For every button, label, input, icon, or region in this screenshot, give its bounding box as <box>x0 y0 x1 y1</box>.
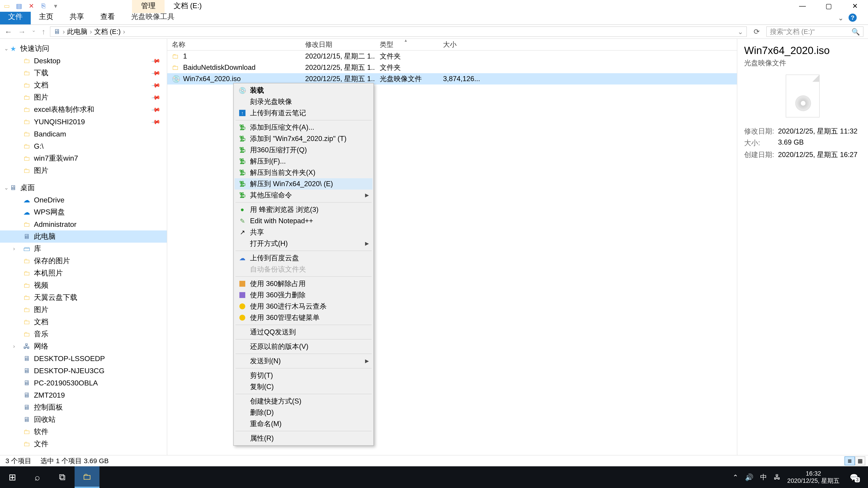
column-size[interactable]: 大小 <box>438 40 484 49</box>
context-menu-item[interactable]: 通过QQ发送到 <box>235 326 373 338</box>
search-icon[interactable]: 🔍 <box>851 28 860 36</box>
context-menu-item[interactable]: 🗜解压到(F)... <box>235 156 373 167</box>
context-menu-item[interactable]: 🗜其他压缩命令▶ <box>235 190 373 201</box>
tree-item[interactable]: 🖥ZMT2019 <box>0 389 167 401</box>
context-menu-item[interactable]: 使用 360解除占用 <box>235 278 373 289</box>
tree-item[interactable]: 🗀文档 <box>0 316 167 328</box>
qat-dropdown-icon[interactable]: ▾ <box>52 2 60 10</box>
context-menu-item[interactable]: 💿装载 <box>235 85 373 96</box>
context-menu-item[interactable]: 🗜解压到当前文件夹(X) <box>235 167 373 178</box>
context-menu-item[interactable]: 使用 360进行木马云查杀 <box>235 301 373 312</box>
tree-item[interactable]: 🗀音乐 <box>0 328 167 340</box>
minimize-button[interactable]: — <box>789 0 815 12</box>
close-button[interactable]: ✕ <box>842 0 868 12</box>
context-menu-item[interactable]: 创建快捷方式(S) <box>235 396 373 407</box>
tree-item[interactable]: 🗀天翼云盘下载 <box>0 291 167 304</box>
tree-desktop[interactable]: ⌄🖥桌面 <box>0 182 167 194</box>
context-menu-item[interactable]: ↗共享 <box>235 227 373 238</box>
task-view-icon[interactable]: ⧉ <box>50 466 74 488</box>
tree-item[interactable]: 🖥控制面板 <box>0 401 167 414</box>
context-menu-item[interactable]: 发送到(N)▶ <box>235 355 373 367</box>
tree-item[interactable]: 🗀win7重装win7 <box>0 152 167 164</box>
tree-item[interactable]: 🗀图片 <box>0 304 167 316</box>
taskbar[interactable]: ⊞ ⌕ ⧉ 🗀 ⌃ 🔊 中 🖧 16:32 2020/12/25, 星期五 💬3 <box>0 466 868 488</box>
context-menu-item[interactable]: 使用 360强力删除 <box>235 289 373 301</box>
action-center-icon[interactable]: 💬3 <box>846 470 861 485</box>
tree-item[interactable]: 🖥回收站 <box>0 414 167 426</box>
file-row[interactable]: 🗀12020/12/15, 星期二 1...文件夹 <box>167 51 737 62</box>
navigation-pane[interactable]: ⌄★快速访问🗀Desktop📌🗀下载📌🗀文档📌🗀图片📌🗀excel表格制作求和📌… <box>0 39 167 455</box>
qat-prop-icon[interactable]: ▤ <box>15 2 23 10</box>
tree-item[interactable]: 🗀保存的图片 <box>0 255 167 267</box>
start-button[interactable]: ⊞ <box>0 466 25 488</box>
context-menu-item[interactable]: 🗜用360压缩打开(Q) <box>235 144 373 156</box>
chevron-icon[interactable]: › <box>13 246 15 252</box>
chevron-icon[interactable]: › <box>13 343 15 350</box>
context-menu-item[interactable]: 🗜添加到 "Win7x64_2020.zip" (T) <box>235 133 373 144</box>
context-menu-item[interactable]: ☁上传到百度云盘 <box>235 252 373 264</box>
context-tab-manage[interactable]: 管理 <box>132 0 164 13</box>
tree-item[interactable]: 🗀文档📌 <box>0 79 167 91</box>
crumb-dropdown-icon[interactable]: ⌄ <box>738 28 743 36</box>
search-input[interactable]: 搜索"文档 (E:)" 🔍 <box>766 26 864 37</box>
ribbon-expand-icon[interactable]: ⌄ <box>838 14 844 22</box>
help-icon[interactable]: ? <box>848 13 857 22</box>
nav-back-icon[interactable]: ← <box>4 27 12 36</box>
crumb-location[interactable]: 文档 (E:) <box>94 27 121 36</box>
view-large-button[interactable]: ▦ <box>855 456 865 465</box>
tree-item[interactable]: 🗀Administrator <box>0 218 167 230</box>
address-bar[interactable]: 🖥 › 此电脑 › 文档 (E:) › ⌄ <box>50 26 747 37</box>
context-menu-item[interactable]: ✎Edit with Notepad++ <box>235 215 373 227</box>
taskbar-search-icon[interactable]: ⌕ <box>25 466 50 488</box>
context-menu-item[interactable]: 属性(R) <box>235 433 373 444</box>
tree-item[interactable]: 🖥DESKTOP-LSSOEDP <box>0 352 167 365</box>
tree-item[interactable]: ›🗃库 <box>0 242 167 255</box>
tree-item[interactable]: 🖥PC-20190530OBLA <box>0 377 167 389</box>
file-row[interactable]: 🗀BaiduNetdiskDownload2020/12/25, 星期五 1..… <box>167 62 737 73</box>
column-type[interactable]: 类型 <box>375 40 438 49</box>
nav-history-icon[interactable]: ⌄ <box>32 27 36 36</box>
refresh-icon[interactable]: ⟳ <box>751 27 762 36</box>
context-menu-item[interactable]: 删除(D) <box>235 407 373 418</box>
tree-item[interactable]: 🗀图片 <box>0 164 167 177</box>
tree-item[interactable]: 🗀本机照片 <box>0 267 167 279</box>
context-menu-item[interactable]: 还原以前的版本(V) <box>235 341 373 352</box>
taskbar-clock[interactable]: 16:32 2020/12/25, 星期五 <box>787 470 839 485</box>
column-date[interactable]: 修改日期 <box>301 40 375 49</box>
chevron-down-icon[interactable]: ⌄ <box>4 45 8 52</box>
tree-item[interactable]: 🖥DESKTOP-NJEU3CG <box>0 365 167 377</box>
tree-item[interactable]: 🖥此电脑 <box>0 230 167 242</box>
tree-item[interactable]: 🗀Bandicam <box>0 128 167 140</box>
qat-delete-icon[interactable]: ✕ <box>27 2 35 10</box>
crumb-pc[interactable]: 此电脑 <box>67 27 88 36</box>
column-name[interactable]: 名称 <box>167 40 301 49</box>
tree-item[interactable]: 🗀YUNQISHI2019📌 <box>0 116 167 128</box>
tree-item[interactable]: 🗀文件 <box>0 438 167 450</box>
nav-up-icon[interactable]: ↑ <box>41 27 45 36</box>
network-icon[interactable]: 🖧 <box>774 473 780 481</box>
tray-expand-icon[interactable]: ⌃ <box>733 473 738 481</box>
context-menu-item[interactable]: 复制(C) <box>235 381 373 392</box>
context-menu-item[interactable]: ↑上传到有道云笔记 <box>235 107 373 119</box>
view-details-button[interactable]: ≣ <box>844 456 855 465</box>
maximize-button[interactable]: ▢ <box>815 0 842 12</box>
context-menu[interactable]: 💿装载刻录光盘映像↑上传到有道云笔记🗜添加到压缩文件(A)...🗜添加到 "Wi… <box>233 83 374 446</box>
context-menu-item[interactable]: 剪切(T) <box>235 370 373 381</box>
tree-item[interactable]: 🗀图片📌 <box>0 91 167 103</box>
tree-item[interactable]: 🗀下载📌 <box>0 67 167 79</box>
tree-item[interactable]: 🗀软件 <box>0 426 167 438</box>
tree-item[interactable]: 🗀视频 <box>0 279 167 291</box>
volume-icon[interactable]: 🔊 <box>745 473 753 481</box>
tree-item[interactable]: ☁WPS网盘 <box>0 206 167 218</box>
ime-indicator[interactable]: 中 <box>760 473 767 482</box>
context-menu-item[interactable]: 打开方式(H)▶ <box>235 238 373 249</box>
tree-item[interactable]: 🗀G:\ <box>0 140 167 152</box>
context-menu-item[interactable]: 重命名(M) <box>235 418 373 429</box>
chevron-down-icon[interactable]: ⌄ <box>4 185 8 191</box>
context-menu-item[interactable]: 使用 360管理右键菜单 <box>235 312 373 323</box>
taskbar-explorer-icon[interactable]: 🗀 <box>74 466 99 488</box>
context-menu-item[interactable]: 刻录光盘映像 <box>235 96 373 107</box>
tree-quick-access[interactable]: ⌄★快速访问 <box>0 42 167 55</box>
context-menu-item[interactable]: 🗜添加到压缩文件(A)... <box>235 122 373 133</box>
tree-item[interactable]: ☁OneDrive <box>0 194 167 206</box>
